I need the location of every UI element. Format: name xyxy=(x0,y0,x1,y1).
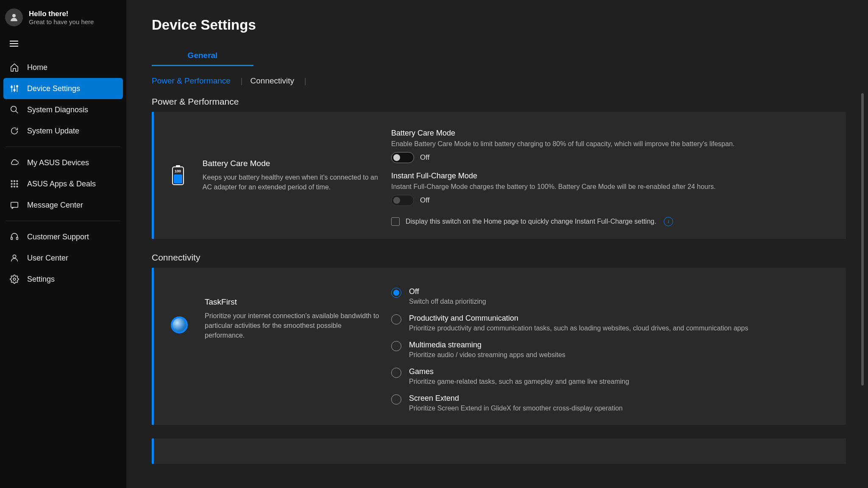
grid-icon xyxy=(9,179,19,189)
battery-icon: 100 xyxy=(171,165,186,186)
sidebar: Hello there! Great to have you here Home… xyxy=(0,0,126,488)
radio-multimedia[interactable]: Multimedia streaming Prioritize audio / … xyxy=(391,341,829,359)
svg-rect-28 xyxy=(174,175,182,183)
nav-label: System Diagnosis xyxy=(27,105,88,114)
feature-desc: Keeps your battery healthy even when it'… xyxy=(203,172,383,192)
nav-system-diagnosis[interactable]: System Diagnosis xyxy=(3,99,123,120)
nav-message-center[interactable]: Message Center xyxy=(3,194,123,216)
nav-label: User Center xyxy=(27,254,68,263)
nav-label: Settings xyxy=(27,275,55,284)
home-switch-label: Display this switch on the Home page to … xyxy=(406,218,656,225)
nav-device-settings[interactable]: Device Settings xyxy=(3,78,123,99)
taskfirst-card: TaskFirst Prioritize your internet conne… xyxy=(152,268,846,425)
svg-point-20 xyxy=(17,186,18,187)
headset-icon xyxy=(9,232,19,242)
cloud-icon xyxy=(9,158,19,168)
nav-label: System Update xyxy=(27,127,79,136)
user-profile[interactable]: Hello there! Great to have you here xyxy=(0,5,126,34)
setting-title: Battery Care Mode xyxy=(391,129,829,138)
svg-point-14 xyxy=(17,180,18,182)
home-switch-row: Display this switch on the Home page to … xyxy=(391,217,829,226)
feature-desc: Prioritize your internet connection's av… xyxy=(205,311,383,341)
radio-off[interactable]: Off Switch off data prioritizing xyxy=(391,287,829,305)
svg-rect-21 xyxy=(11,202,18,208)
svg-line-11 xyxy=(16,111,18,114)
battery-care-toggle[interactable] xyxy=(391,152,414,163)
feature-title: Battery Care Mode xyxy=(203,159,383,168)
svg-point-24 xyxy=(13,255,16,258)
radio-button[interactable] xyxy=(391,394,401,405)
nav-system-update[interactable]: System Update xyxy=(3,120,123,141)
separator: | xyxy=(304,77,314,86)
nav-customer-support[interactable]: Customer Support xyxy=(3,226,123,247)
svg-point-15 xyxy=(11,183,12,185)
gear-icon xyxy=(9,274,19,284)
radio-button[interactable] xyxy=(391,314,401,324)
radio-games[interactable]: Games Prioritize game-related tasks, suc… xyxy=(391,367,829,385)
nav-home[interactable]: Home xyxy=(3,57,123,78)
subtab-connectivity[interactable]: Connectivity xyxy=(250,75,305,87)
radio-desc: Prioritize audio / video streaming apps … xyxy=(409,351,565,359)
info-icon[interactable]: i xyxy=(664,217,673,226)
main-content: Device Settings General Power & Performa… xyxy=(126,0,868,488)
svg-point-16 xyxy=(14,183,15,185)
tab-general[interactable]: General xyxy=(152,46,253,66)
radio-label: Off xyxy=(409,287,486,296)
subtabs: Power & Performance | Connectivity | xyxy=(152,75,868,87)
toggle-state: Off xyxy=(420,153,429,162)
user-subtext: Great to have you here xyxy=(29,18,94,25)
svg-point-25 xyxy=(13,278,16,280)
setting-desc: Instant Full-Charge Mode charges the bat… xyxy=(391,183,829,191)
battery-care-card: 100 Battery Care Mode Keeps your battery… xyxy=(152,112,846,239)
svg-point-18 xyxy=(11,186,12,187)
subtab-power-performance[interactable]: Power & Performance xyxy=(152,75,241,87)
radio-button[interactable] xyxy=(391,341,401,351)
next-card-peek xyxy=(152,438,846,464)
svg-point-12 xyxy=(11,180,12,182)
nav-label: Customer Support xyxy=(27,233,89,241)
radio-label: Games xyxy=(409,367,629,376)
feature-title: TaskFirst xyxy=(205,297,383,307)
user-icon xyxy=(9,253,19,263)
radio-desc: Prioritize Screen Extend in GlideX for s… xyxy=(409,405,623,412)
separator: | xyxy=(241,77,250,86)
setting-title: Instant Full-Charge Mode xyxy=(391,172,829,180)
radio-desc: Switch off data prioritizing xyxy=(409,298,486,305)
radio-screen-extend[interactable]: Screen Extend Prioritize Screen Extend i… xyxy=(391,394,829,412)
home-icon xyxy=(9,62,19,72)
nav-user-center[interactable]: User Center xyxy=(3,247,123,269)
nav-divider xyxy=(6,221,120,221)
nav-label: Home xyxy=(27,63,47,72)
nav-my-asus-devices[interactable]: My ASUS Devices xyxy=(3,152,123,173)
radio-label: Multimedia streaming xyxy=(409,341,565,349)
instant-full-charge-setting: Instant Full-Charge Mode Instant Full-Ch… xyxy=(391,172,829,206)
hamburger-button[interactable] xyxy=(0,34,126,57)
section-connectivity: Connectivity xyxy=(152,252,868,263)
radio-button[interactable] xyxy=(391,288,401,298)
refresh-icon xyxy=(9,126,19,136)
user-greeting: Hello there! xyxy=(29,10,94,18)
nav-settings[interactable]: Settings xyxy=(3,269,123,290)
instant-full-charge-toggle xyxy=(391,195,414,206)
svg-text:100: 100 xyxy=(175,169,181,173)
scrollbar[interactable] xyxy=(861,93,864,385)
lens-icon xyxy=(171,314,188,336)
nav-asus-apps-deals[interactable]: ASUS Apps & Deals xyxy=(3,173,123,194)
tabbar: General xyxy=(152,46,868,66)
radio-desc: Prioritize productivity and communicatio… xyxy=(409,324,748,332)
search-icon xyxy=(9,105,19,115)
sliders-icon xyxy=(9,83,19,94)
radio-button[interactable] xyxy=(391,368,401,378)
home-switch-checkbox[interactable] xyxy=(391,217,400,226)
nav-divider xyxy=(6,147,120,147)
setting-desc: Enable Battery Care Mode to limit batter… xyxy=(391,140,829,148)
nav-label: My ASUS Devices xyxy=(27,158,89,167)
avatar xyxy=(5,8,23,26)
svg-point-10 xyxy=(11,106,17,112)
nav-label: Device Settings xyxy=(27,84,80,93)
radio-desc: Prioritize game-related tasks, such as g… xyxy=(409,378,629,385)
svg-point-13 xyxy=(14,180,15,182)
toggle-state: Off xyxy=(420,196,429,205)
radio-productivity[interactable]: Productivity and Communication Prioritiz… xyxy=(391,314,829,332)
svg-point-17 xyxy=(17,183,18,185)
